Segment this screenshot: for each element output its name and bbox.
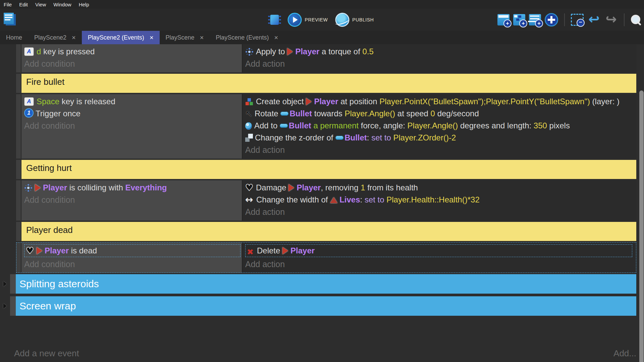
tab-playscene2[interactable]: PlayScene2× — [28, 31, 82, 44]
action[interactable]: Damage Player, removing 1 from its healt… — [245, 182, 634, 194]
add-condition-button[interactable]: Add condition — [24, 120, 242, 132]
add-more-icon[interactable] — [545, 13, 558, 26]
comment-text[interactable]: Player dead — [21, 222, 636, 241]
action[interactable]: Delete Player — [245, 244, 632, 257]
text-segment: Bullet — [289, 109, 312, 118]
publish-label: PUBLISH — [352, 17, 374, 22]
player-ship-icon — [288, 184, 294, 191]
text-segment: Apply to — [256, 47, 287, 56]
condition[interactable]: d key is pressed — [24, 46, 242, 58]
add-condition-button[interactable]: Add condition — [24, 58, 242, 70]
add-condition-button[interactable]: Add condition — [24, 258, 242, 270]
action[interactable]: Add to Bullet a permanent force, angle: … — [245, 120, 634, 132]
action[interactable]: Apply to Player a torque of 0.5 — [245, 46, 634, 58]
row-handle[interactable] — [16, 94, 21, 159]
text-segment: at speed — [395, 109, 430, 118]
physics-icon — [245, 48, 253, 56]
text-segment: d — [37, 47, 41, 56]
add-event-icon[interactable] — [497, 14, 509, 25]
event-row: Player is colliding with EverythingAdd c… — [16, 180, 636, 221]
vertical-scrollbar[interactable] — [639, 90, 644, 362]
add-comment-icon[interactable] — [529, 14, 541, 25]
condition[interactable]: Trigger once — [24, 108, 242, 120]
menu-view[interactable]: View — [32, 2, 50, 7]
add-action-button[interactable]: Add action — [245, 144, 634, 156]
debug-icon[interactable] — [270, 15, 279, 25]
text-segment: Rotate — [255, 109, 280, 118]
comment-text[interactable]: Getting hurt — [21, 160, 636, 179]
text-segment: pixels — [547, 121, 570, 130]
menu-edit[interactable]: Edit — [15, 2, 32, 7]
conditions-column: d key is pressedAdd condition — [21, 44, 243, 72]
row-handle[interactable] — [16, 74, 21, 93]
row-handle[interactable] — [10, 296, 16, 316]
toolbar: PREVIEW PUBLISH — [0, 9, 644, 31]
remove-selection-icon[interactable] — [571, 14, 584, 26]
bullet-icon — [280, 112, 288, 116]
menu-file[interactable]: File — [0, 2, 15, 7]
condition[interactable]: Player is colliding with Everything — [24, 182, 242, 194]
text-segment: Everything — [125, 183, 167, 192]
row-handle[interactable] — [16, 180, 21, 221]
tab-playscene[interactable]: PlayScene× — [160, 31, 210, 44]
add-action-button[interactable]: Add action — [245, 58, 634, 70]
add-action-button[interactable]: Add action — [245, 258, 634, 270]
menu-help[interactable]: Help — [75, 2, 93, 7]
add-new-event-button[interactable]: Add a new event — [14, 348, 79, 359]
text-segment: Player.Angle() — [408, 121, 458, 130]
text-segment: Player — [314, 97, 338, 106]
undo-icon[interactable] — [587, 13, 601, 26]
text-segment: Player — [290, 246, 315, 255]
tab-home[interactable]: Home — [0, 31, 28, 44]
tab-label: PlayScene — [166, 34, 195, 41]
z-order-icon — [245, 134, 253, 142]
text-segment: Bullet — [344, 133, 367, 142]
group-title[interactable]: Screen wrap — [16, 296, 636, 316]
row-handle[interactable] — [10, 274, 16, 294]
add-subevent-icon[interactable] — [513, 14, 525, 25]
publish-icon — [335, 13, 349, 27]
menu-window[interactable]: Window — [50, 2, 75, 7]
condition[interactable]: Space key is released — [24, 96, 242, 108]
text-segment: at position — [338, 97, 379, 106]
tab-playscene-events[interactable]: PlayScene (Events)× — [210, 31, 284, 44]
toolbar-separator — [624, 13, 625, 26]
keyboard-icon — [24, 97, 34, 106]
action[interactable]: Change the z-order of Bullet: set to Pla… — [245, 132, 634, 144]
actions-column: Create object Player at position Player.… — [243, 94, 636, 159]
action[interactable]: Create object Player at position Player.… — [245, 96, 634, 108]
collapse-arrow-icon[interactable] — [3, 303, 7, 309]
comment-row: Getting hurt — [16, 160, 636, 179]
lives-icon — [330, 197, 337, 203]
group-title[interactable]: Splitting asteroids — [16, 274, 636, 294]
tab-close-icon[interactable]: × — [274, 34, 278, 41]
text-segment: Space — [37, 97, 59, 106]
action[interactable]: Rotate Bullet towards Player.Angle() at … — [245, 108, 634, 120]
row-handle[interactable] — [16, 242, 21, 273]
tab-close-icon[interactable]: × — [72, 34, 76, 41]
add-button[interactable]: Add... — [613, 348, 636, 359]
comment-text[interactable]: Fire bullet — [21, 74, 636, 93]
actions-column: Damage Player, removing 1 from its healt… — [243, 180, 636, 221]
preview-button[interactable]: PREVIEW — [288, 13, 328, 27]
redo-icon[interactable] — [604, 13, 618, 26]
bullet-icon — [335, 136, 343, 140]
row-handle[interactable] — [16, 222, 21, 241]
publish-button[interactable]: PUBLISH — [335, 13, 374, 27]
text-segment: : — [360, 195, 365, 204]
heart-icon — [245, 183, 254, 192]
search-icon[interactable] — [631, 14, 641, 25]
tab-playscene2-events[interactable]: PlayScene2 (Events)× — [82, 31, 160, 44]
tab-close-icon[interactable]: × — [150, 34, 154, 41]
action[interactable]: Change the width of Lives: set to Player… — [245, 194, 634, 206]
tab-close-icon[interactable]: × — [200, 34, 204, 41]
collapse-arrow-icon[interactable] — [3, 281, 7, 287]
project-manager-icon[interactable] — [3, 13, 16, 26]
condition[interactable]: Player is dead — [24, 244, 240, 257]
add-condition-button[interactable]: Add condition — [24, 194, 242, 206]
add-action-button[interactable]: Add action — [245, 206, 634, 218]
row-handle[interactable] — [16, 44, 21, 72]
text-segment: deg/second — [435, 109, 479, 118]
row-handle[interactable] — [16, 160, 21, 179]
actions-column: Apply to Player a torque of 0.5Add actio… — [243, 44, 636, 72]
